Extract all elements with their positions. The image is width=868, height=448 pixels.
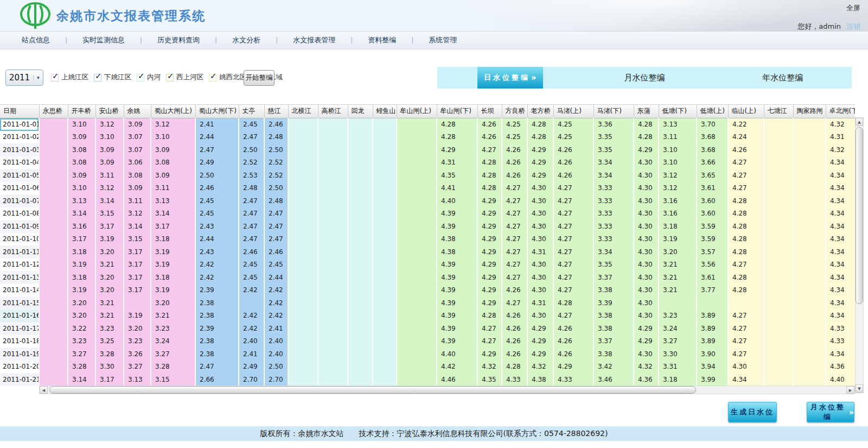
value-cell[interactable]: 2.45 (239, 118, 264, 131)
value-cell[interactable]: 3.38 (593, 284, 634, 297)
value-cell[interactable]: 2.40 (264, 335, 288, 348)
value-cell[interactable] (373, 361, 397, 374)
value-cell[interactable]: 3.35 (593, 143, 634, 156)
value-cell[interactable]: 3.17 (124, 245, 151, 258)
date-cell[interactable]: 2011-01-18 (0, 335, 39, 348)
value-cell[interactable]: 4.29 (477, 233, 502, 246)
date-cell[interactable]: 2011-01-14 (0, 284, 39, 297)
value-cell[interactable]: 4.39 (437, 220, 477, 233)
value-cell[interactable]: 4.26 (477, 118, 502, 131)
value-cell[interactable]: 2.46 (195, 182, 239, 195)
value-cell[interactable] (288, 131, 318, 144)
value-cell[interactable]: 3.30 (95, 361, 124, 374)
value-cell[interactable]: 4.34 (826, 233, 855, 246)
nav-item-5[interactable]: 水文报表管理 (292, 35, 336, 45)
value-cell[interactable]: 4.28 (437, 131, 477, 144)
value-cell[interactable]: 3.12 (659, 182, 697, 195)
value-cell[interactable]: 4.29 (477, 207, 502, 220)
value-cell[interactable]: 4.34 (826, 258, 855, 272)
date-cell[interactable]: 2011-01-06 (0, 182, 39, 195)
value-cell[interactable] (39, 118, 68, 131)
value-cell[interactable]: 4.27 (553, 310, 593, 323)
value-cell[interactable] (288, 169, 318, 182)
value-cell[interactable] (288, 194, 318, 207)
value-cell[interactable]: 3.68 (697, 143, 728, 156)
value-cell[interactable]: 4.34 (728, 373, 764, 386)
value-cell[interactable] (373, 335, 397, 348)
value-cell[interactable] (397, 156, 437, 169)
start-compile-button[interactable]: 开始整编 (244, 70, 275, 86)
date-cell[interactable]: 2011-01-16 (0, 310, 39, 323)
value-cell[interactable]: 3.20 (95, 271, 124, 284)
value-cell[interactable]: 3.21 (95, 296, 124, 310)
value-cell[interactable]: 4.26 (553, 322, 593, 335)
fullscreen-link[interactable]: 全屏 (846, 3, 860, 13)
value-cell[interactable]: 3.12 (95, 182, 124, 195)
value-cell[interactable] (373, 258, 397, 272)
value-cell[interactable]: 4.27 (728, 335, 764, 348)
date-cell[interactable]: 2011-01-01 (0, 118, 39, 131)
value-cell[interactable] (764, 284, 793, 297)
value-cell[interactable]: 4.27 (553, 284, 593, 297)
value-cell[interactable]: 4.31 (437, 156, 477, 169)
value-cell[interactable] (373, 310, 397, 323)
value-cell[interactable] (373, 143, 397, 156)
tab-1[interactable]: 日水位整编» (477, 67, 543, 89)
value-cell[interactable]: 4.46 (437, 373, 477, 386)
value-cell[interactable] (39, 182, 68, 195)
value-cell[interactable]: 4.34 (826, 271, 855, 284)
value-cell[interactable]: 3.10 (68, 182, 95, 195)
value-cell[interactable]: 3.12 (124, 207, 151, 220)
value-cell[interactable]: 4.30 (527, 233, 553, 246)
value-cell[interactable]: 4.29 (477, 271, 502, 284)
value-cell[interactable]: 3.19 (151, 245, 195, 258)
value-cell[interactable] (764, 220, 793, 233)
date-cell[interactable]: 2011-01-02 (0, 131, 39, 144)
value-cell[interactable]: 2.38 (195, 348, 239, 361)
value-cell[interactable]: 3.38 (593, 310, 634, 323)
value-cell[interactable]: 4.26 (502, 322, 527, 335)
value-cell[interactable] (373, 271, 397, 284)
value-cell[interactable]: 4.39 (437, 322, 477, 335)
value-cell[interactable]: 4.27 (502, 271, 527, 284)
value-cell[interactable]: 2.49 (195, 156, 239, 169)
value-cell[interactable]: 4.26 (553, 169, 593, 182)
value-cell[interactable] (397, 233, 437, 246)
value-cell[interactable]: 4.27 (728, 348, 764, 361)
nav-item-2[interactable]: 实时监测信息 (81, 35, 126, 45)
value-cell[interactable]: 2.45 (195, 207, 239, 220)
checkbox-box[interactable]: ✓ (137, 74, 144, 81)
value-cell[interactable]: 4.40 (437, 194, 477, 207)
value-cell[interactable]: 4.30 (634, 310, 659, 323)
value-cell[interactable]: 4.29 (477, 258, 502, 272)
value-cell[interactable]: 2.42 (264, 284, 288, 297)
value-cell[interactable]: 4.34 (826, 310, 855, 323)
value-cell[interactable] (348, 271, 373, 284)
value-cell[interactable]: 2.66 (195, 373, 239, 386)
generate-daily-button[interactable]: 生成日水位 (728, 402, 777, 422)
value-cell[interactable] (318, 361, 348, 374)
value-cell[interactable]: 4.29 (477, 296, 502, 310)
value-cell[interactable] (288, 348, 318, 361)
value-cell[interactable] (288, 373, 318, 386)
value-cell[interactable]: 2.50 (264, 143, 288, 156)
value-cell[interactable]: 3.20 (124, 322, 151, 335)
value-cell[interactable] (373, 194, 397, 207)
value-cell[interactable] (288, 284, 318, 297)
value-cell[interactable] (124, 296, 151, 310)
value-cell[interactable]: 4.27 (553, 182, 593, 195)
value-cell[interactable]: 4.27 (553, 245, 593, 258)
value-cell[interactable]: 4.28 (553, 296, 593, 310)
value-cell[interactable]: 4.35 (477, 373, 502, 386)
value-cell[interactable]: 2.47 (264, 207, 288, 220)
value-cell[interactable] (793, 118, 826, 131)
value-cell[interactable]: 4.33 (826, 322, 855, 335)
value-cell[interactable]: 3.27 (151, 348, 195, 361)
value-cell[interactable]: 3.19 (124, 310, 151, 323)
value-cell[interactable]: 2.50 (264, 361, 288, 374)
value-cell[interactable]: 2.41 (195, 118, 239, 131)
value-cell[interactable]: 2.42 (239, 284, 264, 297)
value-cell[interactable]: 3.16 (68, 220, 95, 233)
value-cell[interactable]: 2.50 (264, 182, 288, 195)
value-cell[interactable]: 2.50 (239, 143, 264, 156)
